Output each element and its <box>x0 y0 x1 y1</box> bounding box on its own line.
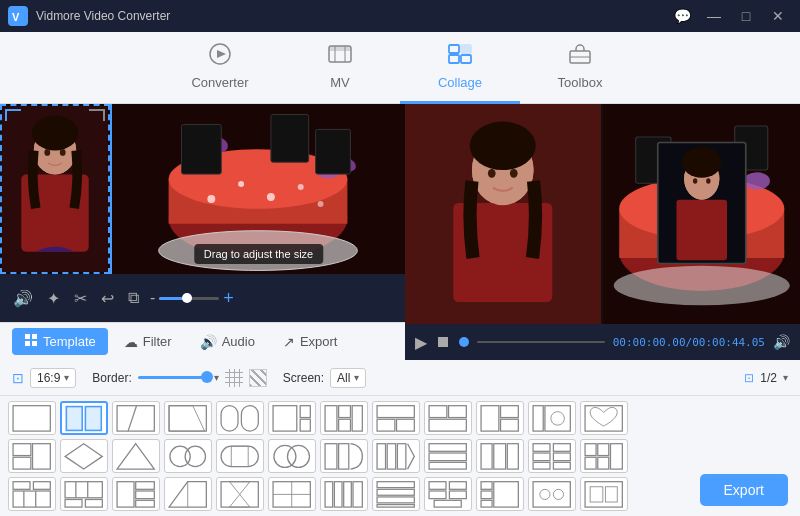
svg-point-69 <box>692 178 696 184</box>
template-r2-7[interactable] <box>320 439 368 473</box>
tab-collage[interactable]: Collage <box>400 32 520 104</box>
left-clip[interactable] <box>0 104 110 274</box>
template-r2-2[interactable] <box>60 439 108 473</box>
tab-converter[interactable]: Converter <box>160 32 280 104</box>
template-r3-3[interactable] <box>112 477 160 511</box>
svg-rect-79 <box>242 405 259 430</box>
svg-rect-40 <box>32 334 37 339</box>
template-r2-3[interactable] <box>112 439 160 473</box>
svg-rect-96 <box>533 405 543 430</box>
template-r2-6[interactable] <box>268 439 316 473</box>
ratio-select[interactable]: ⊡ 16:9 ▾ <box>12 368 76 388</box>
tab-export-bottom[interactable]: ↗ Export <box>271 329 350 355</box>
template-item-4[interactable] <box>164 401 212 435</box>
svg-rect-73 <box>67 406 83 430</box>
plus-btn[interactable]: + <box>223 288 234 309</box>
page-select[interactable]: ⊡ 1/2 ▾ <box>744 371 788 385</box>
template-r2-8[interactable] <box>372 439 420 473</box>
template-r2-5[interactable] <box>216 439 264 473</box>
close-btn[interactable]: ✕ <box>764 6 792 26</box>
svg-rect-126 <box>554 462 571 469</box>
svg-rect-130 <box>585 457 596 469</box>
svg-rect-5 <box>329 46 351 51</box>
pattern-icon[interactable] <box>249 369 267 387</box>
preview-canvas[interactable] <box>405 104 800 324</box>
template-r2-1[interactable] <box>8 439 56 473</box>
template-item-5[interactable] <box>216 401 264 435</box>
template-item-11[interactable] <box>528 401 576 435</box>
template-r2-10[interactable] <box>476 439 524 473</box>
scissors-icon[interactable]: ✂ <box>71 286 90 311</box>
play-btn[interactable]: ▶ <box>415 333 427 352</box>
border-slider[interactable] <box>138 376 208 379</box>
tab-mv[interactable]: MV <box>280 32 400 104</box>
template-item-two-col[interactable] <box>60 401 108 435</box>
template-r3-6[interactable] <box>268 477 316 511</box>
svg-rect-161 <box>377 504 414 507</box>
template-r3-2[interactable] <box>60 477 108 511</box>
tab-audio[interactable]: 🔊 Audio <box>188 329 267 355</box>
sparkle-icon[interactable]: ✦ <box>44 286 63 311</box>
svg-rect-121 <box>533 443 550 451</box>
minimize-btn[interactable]: — <box>700 6 728 26</box>
template-item-6[interactable] <box>268 401 316 435</box>
export-button[interactable]: Export <box>700 474 788 506</box>
ratio-dropdown[interactable]: 16:9 ▾ <box>30 368 76 388</box>
right-clip[interactable]: Drag to adjust the size <box>110 104 405 274</box>
template-r3-10[interactable] <box>476 477 524 511</box>
tab-converter-label: Converter <box>191 75 248 90</box>
template-r3-4[interactable] <box>164 477 212 511</box>
template-row-2 <box>8 439 792 473</box>
template-item-diagonal[interactable] <box>112 401 160 435</box>
progress-line[interactable] <box>477 341 605 343</box>
svg-point-71 <box>613 266 789 306</box>
volume-thumb[interactable] <box>182 293 192 303</box>
svg-rect-88 <box>377 419 395 431</box>
template-item-9[interactable] <box>424 401 472 435</box>
editor-toolbar: 🔊 ✦ ✂ ↩ ⧉ - + <box>0 274 405 322</box>
template-item-10[interactable] <box>476 401 524 435</box>
grid-icon[interactable] <box>225 369 243 387</box>
maximize-btn[interactable]: □ <box>732 6 760 26</box>
svg-rect-106 <box>221 446 258 466</box>
template-r3-5[interactable] <box>216 477 264 511</box>
undo-icon[interactable]: ↩ <box>98 286 117 311</box>
template-r3-1[interactable] <box>8 477 56 511</box>
template-r3-8[interactable] <box>372 477 420 511</box>
svg-rect-112 <box>377 443 385 468</box>
tab-filter[interactable]: ☁ Filter <box>112 329 184 355</box>
tab-collage-label: Collage <box>438 75 482 90</box>
copy-icon[interactable]: ⧉ <box>125 286 142 310</box>
tab-toolbox[interactable]: Toolbox <box>520 32 640 104</box>
volume-track[interactable] <box>159 297 219 300</box>
template-r2-9[interactable] <box>424 439 472 473</box>
template-r2-4[interactable] <box>164 439 212 473</box>
template-r2-12[interactable] <box>580 439 628 473</box>
main-content: Drag to adjust the size 🔊 ✦ ✂ ↩ ⧉ - + <box>0 104 800 516</box>
template-item-7[interactable] <box>320 401 368 435</box>
svg-rect-165 <box>450 491 467 499</box>
border-slider-container[interactable]: ▾ <box>138 372 219 383</box>
template-item-8[interactable] <box>372 401 420 435</box>
template-item-single[interactable] <box>8 401 56 435</box>
editor-canvas[interactable]: Drag to adjust the size <box>0 104 405 274</box>
chat-btn[interactable]: 💬 <box>668 6 696 26</box>
svg-rect-127 <box>585 443 596 455</box>
screen-dropdown[interactable]: All ▾ <box>330 368 366 388</box>
template-item-12[interactable] <box>580 401 628 435</box>
svg-rect-143 <box>136 481 155 489</box>
svg-rect-174 <box>585 481 622 506</box>
preview-volume-icon[interactable]: 🔊 <box>773 334 790 350</box>
volume-toolbar-icon[interactable]: 🔊 <box>10 286 36 311</box>
template-r3-9[interactable] <box>424 477 472 511</box>
tab-template[interactable]: Template <box>12 328 108 355</box>
template-r3-7[interactable] <box>320 477 368 511</box>
template-r2-11[interactable] <box>528 439 576 473</box>
volume-slider[interactable]: - + <box>150 288 234 309</box>
svg-point-25 <box>207 195 215 203</box>
stop-btn[interactable]: ⏹ <box>435 333 451 351</box>
minus-btn[interactable]: - <box>150 289 155 307</box>
template-r3-11[interactable] <box>528 477 576 511</box>
template-r3-12[interactable] <box>580 477 628 511</box>
export-label: Export <box>300 334 338 349</box>
